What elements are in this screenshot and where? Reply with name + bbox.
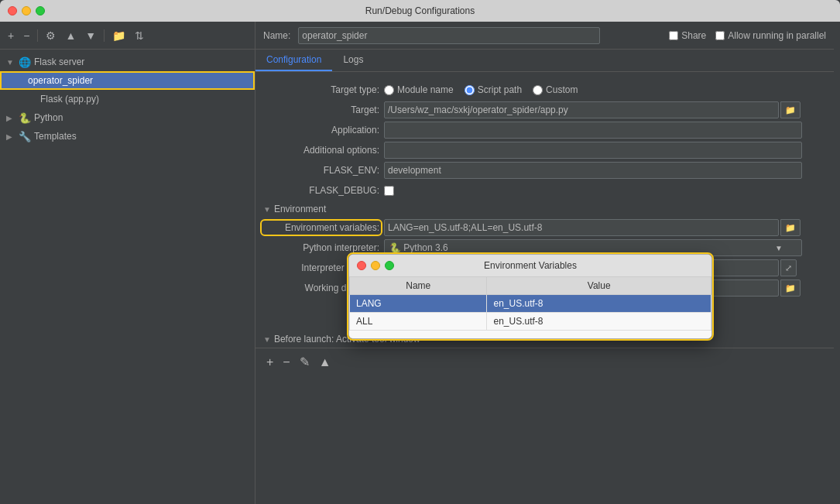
env-variables-label: Environment variables: — [263, 222, 379, 233]
target-label: Target: — [263, 105, 379, 115]
working-directory-folder-button[interactable]: 📁 — [780, 279, 801, 297]
operator-spider-label: operator_spider — [28, 75, 93, 86]
flask-env-input[interactable] — [384, 162, 802, 179]
tree-arrow-templates: ▶ — [6, 132, 15, 141]
env-vars-table: Name Value LANG en_US.utf-8 ALL en — [349, 276, 711, 331]
toolbar-separator-1 — [37, 29, 38, 42]
flask-env-label: FLASK_ENV: — [263, 165, 379, 176]
copy-config-button[interactable]: ⚙ — [43, 28, 59, 43]
env-value-all: en_US.utf-8 — [487, 313, 711, 331]
name-input[interactable] — [298, 27, 600, 44]
dialog-close-button[interactable] — [357, 261, 366, 270]
target-type-row: Target type: Module name Script path Cus… — [255, 80, 834, 100]
name-field-label: Name: — [263, 30, 290, 41]
flask-apppy-label: Flask (app.py) — [40, 94, 99, 105]
config-content: Target type: Module name Script path Cus… — [255, 72, 834, 504]
target-folder-button[interactable]: 📁 — [780, 101, 801, 118]
sidebar-tree: ▼ 🌐 Flask server operator_spider Flask (… — [0, 50, 255, 504]
sidebar-item-flask-server[interactable]: ▼ 🌐 Flask server — [0, 53, 255, 71]
radio-module-name[interactable]: Module name — [384, 84, 454, 95]
right-topbar: Name: Share Allow running in parallel — [255, 22, 834, 50]
dialog-minimize-button[interactable] — [371, 261, 380, 270]
radio-script-path[interactable]: Script path — [465, 84, 522, 95]
remove-config-button[interactable]: − — [20, 28, 33, 43]
right-scrollbar[interactable] — [834, 22, 840, 504]
sidebar-item-flask-apppy[interactable]: Flask (app.py) — [0, 90, 255, 108]
env-variables-folder-button[interactable]: 📁 — [780, 219, 801, 236]
col-header-name: Name — [350, 277, 487, 295]
tabs-row: Configuration Logs — [255, 50, 834, 72]
env-name-all: ALL — [350, 313, 487, 331]
target-input[interactable] — [384, 101, 779, 118]
env-variables-input-container: 📁 — [384, 219, 801, 236]
minimize-button[interactable] — [22, 6, 31, 15]
templates-label: Templates — [34, 131, 77, 142]
move-launch-up-button[interactable]: ▲ — [316, 354, 334, 371]
sidebar-item-templates[interactable]: ▶ 🔧 Templates — [0, 127, 255, 146]
tree-arrow-flask: ▼ — [6, 58, 15, 67]
table-row[interactable]: LANG en_US.utf-8 — [350, 295, 711, 313]
share-checkbox[interactable] — [669, 31, 678, 40]
share-label: Share — [681, 30, 706, 41]
flask-server-icon: 🌐 — [19, 57, 31, 68]
application-row: Application: — [255, 120, 834, 140]
dialog-body: Name Value LANG en_US.utf-8 ALL en — [349, 276, 711, 338]
env-variables-row: Environment variables: 📁 — [255, 218, 834, 238]
radio-custom[interactable]: Custom — [533, 84, 578, 95]
folder-button[interactable]: 📁 — [109, 28, 129, 43]
env-name-lang: LANG — [350, 295, 487, 313]
tab-configuration[interactable]: Configuration — [255, 50, 332, 71]
remove-launch-button[interactable]: − — [279, 354, 293, 371]
add-config-button[interactable]: + — [5, 28, 17, 43]
additional-options-row: Additional options: — [255, 140, 834, 160]
flask-env-row: FLASK_ENV: — [255, 160, 834, 180]
maximize-button[interactable] — [36, 6, 45, 15]
environment-arrow: ▼ — [263, 205, 271, 214]
python-interpreter-label: Python interpreter: — [263, 242, 379, 253]
env-value-lang: en_US.utf-8 — [487, 295, 711, 313]
bottom-toolbar: + − ✎ ▲ — [255, 348, 834, 375]
tab-logs[interactable]: Logs — [332, 50, 374, 71]
radio-script-path-input[interactable] — [465, 85, 475, 95]
target-type-label: Target type: — [263, 84, 379, 95]
interpreter-options-expand-button[interactable]: ⤢ — [780, 259, 797, 276]
before-launch-arrow: ▼ — [263, 335, 271, 344]
parallel-label: Allow running in parallel — [728, 30, 826, 41]
sidebar-item-python[interactable]: ▶ 🐍 Python — [0, 108, 255, 127]
share-container: Share Allow running in parallel — [669, 30, 826, 41]
flask-server-label: Flask server — [34, 57, 84, 67]
radio-module-name-input[interactable] — [384, 85, 394, 95]
additional-options-label: Additional options: — [263, 145, 379, 156]
target-row: Target: 📁 — [255, 100, 834, 120]
edit-launch-button[interactable]: ✎ — [297, 353, 313, 371]
sidebar-item-operator-spider[interactable]: operator_spider — [0, 71, 255, 90]
python-label: Python — [34, 112, 63, 123]
close-button[interactable] — [8, 6, 17, 15]
flask-debug-checkbox[interactable] — [384, 186, 394, 196]
environment-section-label: Environment — [274, 204, 326, 214]
dialog-maximize-button[interactable] — [385, 261, 394, 270]
radio-module-name-label: Module name — [397, 84, 454, 95]
window-controls — [8, 6, 45, 15]
radio-custom-input[interactable] — [533, 85, 543, 95]
target-type-radio-group: Module name Script path Custom — [384, 84, 578, 95]
sort-button[interactable]: ⇅ — [132, 28, 147, 43]
col-header-value: Value — [487, 277, 711, 295]
flask-debug-label: FLASK_DEBUG: — [263, 185, 379, 196]
additional-options-input[interactable] — [384, 142, 802, 159]
radio-script-path-label: Script path — [478, 84, 522, 95]
application-label: Application: — [263, 125, 379, 135]
add-launch-button[interactable]: + — [263, 354, 276, 371]
environment-section-header[interactable]: ▼ Environment — [255, 201, 834, 218]
target-input-container: 📁 — [384, 101, 801, 118]
parallel-checkbox[interactable] — [715, 31, 725, 40]
python-icon: 🐍 — [19, 112, 31, 124]
move-up-button[interactable]: ▲ — [62, 28, 79, 43]
env-variables-input[interactable] — [384, 219, 779, 236]
move-down-button[interactable]: ▼ — [82, 28, 99, 43]
application-input[interactable] — [384, 122, 802, 139]
sidebar-toolbar: + − ⚙ ▲ ▼ 📁 ⇅ — [0, 22, 255, 50]
main-container: + − ⚙ ▲ ▼ 📁 ⇅ ▼ 🌐 Flask server operator_… — [0, 22, 840, 504]
table-row[interactable]: ALL en_US.utf-8 — [350, 313, 711, 331]
radio-custom-label: Custom — [546, 84, 578, 95]
